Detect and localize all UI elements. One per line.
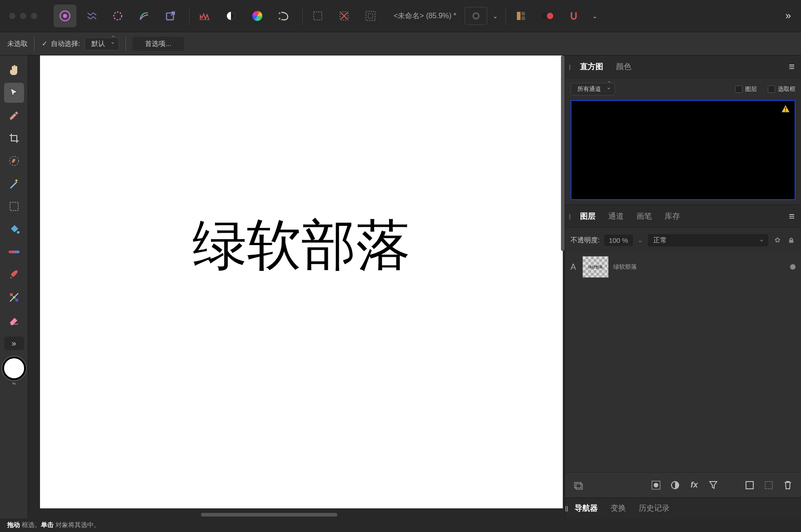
assistant-toggle-icon[interactable] — [536, 5, 559, 27]
svg-rect-37 — [765, 482, 772, 489]
auto-white-balance-icon[interactable] — [272, 5, 295, 27]
svg-point-22 — [17, 231, 20, 234]
select-all-icon[interactable] — [306, 5, 329, 27]
svg-rect-15 — [517, 12, 521, 20]
minimize-button[interactable] — [20, 13, 26, 19]
navigator-panel-tabs: || 导航器 变换 历史记录 — [565, 497, 801, 518]
invert-selection-icon[interactable] — [359, 5, 382, 27]
magic-wand-tool-icon[interactable] — [4, 174, 24, 194]
layer-action-buttons: fx — [565, 472, 801, 497]
layer-name-label[interactable]: 绿软部落 — [613, 263, 637, 271]
svg-point-7 — [279, 12, 280, 14]
separator — [34, 36, 35, 51]
tab-brushes[interactable]: 画笔 — [630, 205, 658, 227]
add-mask-icon[interactable] — [648, 477, 664, 493]
gradient-tool-icon[interactable] — [4, 242, 24, 262]
svg-rect-9 — [314, 12, 322, 20]
move-tool-icon[interactable] — [4, 83, 24, 103]
auto-contrast-icon[interactable] — [220, 5, 242, 27]
vertical-scrollbar[interactable] — [561, 55, 565, 251]
layer-checkbox[interactable] — [735, 85, 742, 93]
auto-levels-icon[interactable] — [193, 5, 216, 27]
layers-panel: || 图层 通道 画笔 库存 ≡ 不透明度: 100 % ⌄ 正常 ✿ 🔒︎ A… — [565, 205, 801, 497]
tab-history[interactable]: 历史记录 — [632, 498, 676, 518]
layers-panel-tabs: || 图层 通道 画笔 库存 ≡ — [565, 205, 801, 228]
lock-icon[interactable]: 🔒︎ — [786, 236, 796, 245]
svg-point-2 — [114, 12, 121, 20]
hand-tool-icon[interactable] — [4, 60, 24, 80]
snapping-icon[interactable] — [562, 5, 585, 27]
panel-menu-icon[interactable]: ≡ — [782, 211, 801, 222]
add-fx-icon[interactable]: fx — [686, 477, 702, 493]
status-drag-text: 框选。 — [20, 521, 41, 528]
histogram-panel-tabs: || 直方图 颜色 ≡ — [565, 55, 801, 78]
tab-transform[interactable]: 变换 — [604, 498, 632, 518]
snapping-dropdown[interactable]: ⌄ — [589, 7, 601, 25]
persona-develop-icon[interactable] — [106, 5, 129, 27]
tab-stock[interactable]: 库存 — [658, 205, 686, 227]
horizontal-scrollbar[interactable] — [201, 513, 337, 517]
marquee-checkbox[interactable] — [768, 85, 775, 93]
crop-tool-icon[interactable] — [4, 128, 24, 148]
svg-point-8 — [279, 18, 280, 20]
color-swatch[interactable]: ⇆ — [2, 353, 26, 386]
auto-colors-icon[interactable] — [246, 5, 269, 27]
color-picker-tool-icon[interactable] — [4, 105, 24, 125]
layer-group-icon[interactable] — [571, 477, 586, 493]
close-button[interactable] — [9, 13, 15, 19]
tab-color[interactable]: 颜色 — [610, 55, 638, 78]
svg-rect-28 — [15, 299, 18, 301]
tab-layers[interactable]: 图层 — [574, 205, 602, 227]
erase-tool-icon[interactable] — [4, 310, 24, 330]
svg-rect-19 — [547, 13, 553, 19]
marquee-tool-icon[interactable] — [4, 196, 24, 216]
layer-thumbnail: 绿软部落 — [582, 256, 609, 278]
persona-photo-icon[interactable] — [54, 5, 76, 27]
add-live-filter-icon[interactable] — [706, 477, 721, 493]
canvas[interactable]: 绿软部落 — [40, 55, 563, 508]
zoom-button[interactable] — [31, 13, 37, 19]
document-title: <未命名> (85.9%) * — [385, 11, 465, 21]
deselect-icon[interactable] — [333, 5, 355, 27]
tab-histogram[interactable]: 直方图 — [574, 55, 610, 78]
channel-dropdown[interactable]: 所有通道 — [571, 83, 615, 95]
panel-menu-icon[interactable]: ≡ — [782, 61, 801, 73]
pixel-tool-icon[interactable] — [4, 287, 24, 307]
persona-export-icon[interactable] — [159, 5, 182, 27]
arrange-icon[interactable] — [510, 5, 532, 27]
tab-navigator[interactable]: 导航器 — [568, 498, 604, 518]
visibility-toggle-icon[interactable] — [790, 264, 796, 270]
persona-tone-icon[interactable] — [133, 5, 155, 27]
svg-rect-11 — [366, 11, 375, 20]
canvas-viewport[interactable]: 绿软部落 — [28, 55, 565, 518]
panel-drag-handle-icon[interactable]: || — [565, 505, 568, 512]
tab-channels[interactable]: 通道 — [602, 205, 630, 227]
quick-mask-icon[interactable] — [465, 7, 487, 25]
add-adjustment-icon[interactable] — [667, 477, 683, 493]
paint-brush-tool-icon[interactable] — [4, 265, 24, 285]
selection-brush-tool-icon[interactable] — [4, 151, 24, 171]
quick-mask-dropdown[interactable]: ⌄ — [489, 7, 502, 25]
add-layer-icon[interactable] — [761, 477, 776, 493]
panel-drag-handle-icon[interactable]: || — [565, 63, 574, 70]
persona-liquify-icon[interactable] — [80, 5, 103, 27]
preferences-button[interactable]: 首选项... — [132, 37, 184, 51]
layer-row[interactable]: A 绿软部落 绿软部落 — [565, 252, 801, 281]
warning-icon — [781, 105, 790, 113]
layer-controls: 不透明度: 100 % ⌄ 正常 ✿ 🔒︎ — [565, 228, 801, 252]
tools-overflow-icon[interactable]: » — [4, 336, 24, 350]
auto-select-checkbox[interactable]: ✓ — [41, 40, 48, 47]
panel-drag-handle-icon[interactable]: || — [565, 213, 574, 220]
delete-layer-icon[interactable] — [780, 477, 796, 493]
separator — [506, 7, 506, 25]
flood-fill-tool-icon[interactable] — [4, 219, 24, 239]
layer-settings-icon[interactable]: ✿ — [773, 236, 782, 245]
marquee-checkbox-label: 选取框 — [778, 85, 796, 93]
opacity-stepper-icon[interactable]: ⌄ — [637, 236, 643, 244]
svg-rect-32 — [576, 484, 582, 489]
opacity-input[interactable]: 100 % — [604, 235, 633, 246]
blend-mode-dropdown[interactable]: 正常 — [648, 234, 768, 246]
add-pixel-layer-icon[interactable] — [742, 477, 757, 493]
auto-select-mode-dropdown[interactable]: 默认 — [85, 37, 119, 50]
toolbar-overflow-icon[interactable]: » — [781, 10, 796, 22]
